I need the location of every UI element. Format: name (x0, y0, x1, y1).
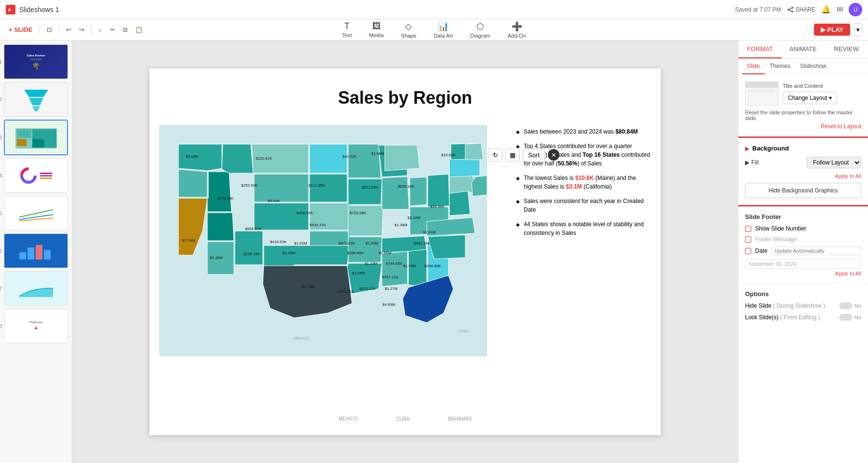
slide-thumb-7[interactable] (4, 271, 68, 306)
tool-text[interactable]: T Text (338, 19, 355, 40)
diamond-1: ◆ (516, 128, 520, 136)
tool-diagram[interactable]: ⬡ Diagram (466, 19, 494, 41)
lock-slide-toggle[interactable]: No (839, 314, 861, 321)
slide-thumb-3[interactable] (4, 120, 68, 155)
stat-5-text: 44 States shows a notable level of stabi… (524, 220, 651, 237)
undo-button[interactable]: ↩ (63, 24, 74, 35)
hide-slide-toggle[interactable]: No (839, 302, 861, 309)
layout-preview: Title and Content Change Layout ▾ (745, 82, 861, 106)
right-panel-tabs: FORMAT ANIMATE REVIEW (738, 41, 868, 59)
play-button[interactable]: ▶ PLAY (814, 24, 850, 36)
sub-tab-themes[interactable]: Themes (765, 59, 795, 74)
svg-text:$4.69M: $4.69M (382, 302, 395, 307)
data-art-label: Data Art (434, 33, 453, 39)
cut-button[interactable]: ✂ (107, 24, 118, 35)
chart-type-button[interactable]: ▦ (505, 148, 520, 162)
reset-to-layout-link[interactable]: Reset to Layout (745, 123, 861, 130)
play-dropdown[interactable]: ▾ (854, 23, 862, 36)
addon-label: Add-On (508, 33, 526, 39)
svg-text:$1.31M: $1.31M (423, 230, 436, 234)
slide-thumb-1[interactable]: Sales Review June 2024 🌴 (4, 44, 68, 79)
lock-slide-row: Lock Slide(s) ( From Editing ) No (745, 314, 861, 321)
svg-text:$296.86K: $296.86K (347, 251, 364, 255)
map-container: $3.03M $121.81K $41.52K $1.96M $10.60K $… (159, 123, 511, 360)
tab-animate[interactable]: ANIMATE (782, 41, 825, 58)
play-area: ▶ PLAY ▾ (814, 23, 862, 36)
slide-thumb-6[interactable] (4, 233, 68, 268)
close-button[interactable]: ✕ (548, 149, 559, 161)
show-number-checkbox[interactable] (745, 226, 751, 232)
mail-icon[interactable]: ✉ (837, 5, 843, 14)
sub-tab-slideshow[interactable]: Slideshow (795, 59, 831, 74)
slide-thumb-8[interactable]: Thank you ✦ (4, 309, 68, 343)
svg-rect-21 (19, 252, 26, 259)
tab-review[interactable]: REVIEW (825, 41, 868, 58)
hide-slide-no: No (854, 303, 861, 309)
slide-thumb-5[interactable] (4, 196, 68, 231)
paste-button[interactable]: 📋 (132, 24, 146, 35)
svg-text:$1.55M: $1.55M (366, 241, 379, 245)
svg-text:P: P (8, 8, 11, 13)
copy-button[interactable]: ⧉ (120, 24, 130, 36)
sub-tab-slide[interactable]: Slide (742, 59, 765, 74)
tool-shape[interactable]: ◇ Shape (397, 19, 420, 41)
thumb1-sub: June 2024 (30, 58, 41, 61)
slide-thumb-2[interactable] (4, 82, 68, 117)
toolbar-separator (40, 25, 40, 35)
diagram-icon: ⬡ (476, 21, 484, 32)
hide-slide-label: Hide Slide ( During Slideshow ) (745, 302, 825, 309)
avatar[interactable]: U (849, 3, 862, 16)
svg-text:$5.79M: $5.79M (302, 285, 315, 289)
svg-text:$871.87K: $871.87K (339, 241, 355, 245)
tool-data-art[interactable]: 📊 Data Art (430, 19, 457, 41)
svg-marker-30 (222, 144, 253, 173)
change-layout-button[interactable]: Change Layout ▾ (783, 92, 837, 104)
thumb1-tree-icon: 🌴 (32, 62, 40, 69)
fill-select[interactable]: Follow Layout (807, 157, 861, 168)
thumb4-donut (20, 167, 37, 184)
redo-button[interactable]: ↪ (76, 24, 87, 35)
svg-marker-43 (348, 144, 381, 178)
canvas-area: Sales by Region ↻ ▦ Sort ✕ (72, 41, 738, 463)
svg-marker-27 (178, 169, 207, 197)
expand-icon[interactable]: ▶ (745, 145, 749, 152)
slide-thumb-4[interactable] (4, 158, 68, 193)
layout-section: Title and Content Change Layout ▾ Reset … (738, 75, 868, 138)
right-panel: FORMAT ANIMATE REVIEW Slide Themes Slide… (738, 41, 868, 463)
slide-wrapper-8: 8 Thank you ✦ (4, 309, 68, 343)
show-number-label: Show Slide Number (755, 225, 806, 232)
footer-row-date: Date (745, 246, 861, 255)
svg-marker-63 (449, 158, 480, 177)
thumb1-text: Sales Review (27, 54, 45, 57)
refresh-button[interactable]: ↻ (488, 148, 502, 162)
add-slide-button[interactable]: + SLIDE (6, 24, 36, 35)
slide-wrapper-7: 7 (4, 271, 68, 306)
stat-2-pct2: 50.56% (558, 160, 578, 167)
svg-text:$744.55K: $744.55K (386, 261, 403, 266)
svg-text:$1.66M: $1.66M (379, 251, 392, 255)
tool-media[interactable]: 🖼 Media (366, 19, 388, 40)
fit-button[interactable]: ⊡ (44, 24, 55, 35)
tool-addon[interactable]: ➕ Add-On (504, 19, 530, 41)
pointer-button[interactable]: ⬦ (95, 24, 105, 35)
apply-all-link[interactable]: Apply to All (745, 173, 861, 179)
hide-bg-button[interactable]: Hide Background Graphics (745, 183, 861, 198)
svg-text:$719.28K: $719.28K (350, 211, 366, 215)
footer-row-message: Footer Message (745, 236, 861, 243)
date-input[interactable] (771, 246, 861, 255)
tab-format[interactable]: FORMAT (738, 41, 782, 58)
svg-text:$1.38M: $1.38M (394, 223, 407, 227)
fill-expand-icon[interactable]: ▶ (745, 159, 749, 166)
slide-sub-tabs: Slide Themes Slideshow (738, 59, 868, 75)
share-button[interactable]: SHARE (787, 6, 815, 13)
apply-all-footer-link[interactable]: Apply to All (745, 271, 861, 276)
slide-wrapper-6: 6 (4, 233, 68, 268)
stat-1-value: $80.84M (615, 128, 638, 135)
notification-icon[interactable]: 🔔 (821, 5, 831, 14)
stat-3-text: The lowest Sales is $10.6K (Maine) and t… (524, 174, 651, 191)
slide-num-3: 3 (0, 135, 2, 140)
svg-text:$481.90K: $481.90K (414, 241, 431, 245)
footer-message-checkbox[interactable] (745, 236, 751, 243)
sort-button[interactable]: Sort (523, 148, 545, 162)
date-checkbox[interactable] (745, 248, 751, 254)
